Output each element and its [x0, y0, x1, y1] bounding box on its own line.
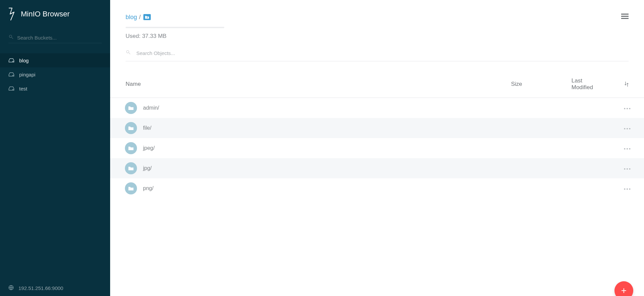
add-folder-button[interactable] — [143, 14, 151, 20]
object-name: file/ — [143, 125, 151, 131]
table-row[interactable]: admin/ — [110, 98, 644, 118]
object-name: jpeg/ — [143, 145, 155, 151]
hamburger-menu-button[interactable] — [621, 13, 629, 21]
table-header: Name Size Last Modified — [110, 71, 644, 98]
svg-point-17 — [627, 168, 628, 170]
search-icon — [8, 34, 14, 41]
bucket-label: pingapi — [19, 72, 35, 77]
svg-point-0 — [13, 61, 13, 62]
brand: MinIO Browser — [0, 0, 110, 24]
usage-text: Used: 37.33 MB — [126, 33, 629, 40]
svg-point-21 — [629, 188, 630, 190]
breadcrumb: blog / — [126, 14, 151, 21]
drive-icon — [8, 85, 14, 92]
main: blog / Used: 37.33 MB Name Size Last Mod… — [110, 0, 644, 296]
drive-icon — [8, 71, 14, 77]
svg-rect-4 — [621, 14, 629, 15]
folder-icon — [125, 162, 137, 174]
usage-bar — [126, 27, 224, 28]
folder-icon — [125, 102, 137, 114]
breadcrumb-root[interactable]: blog — [126, 14, 137, 21]
globe-icon — [8, 285, 14, 291]
row-menu-button[interactable] — [624, 145, 631, 151]
svg-point-20 — [627, 188, 628, 190]
bucket-item-blog[interactable]: blog — [0, 53, 110, 67]
folder-icon — [125, 182, 137, 194]
col-header-modified[interactable]: Last Modified — [571, 77, 604, 91]
sidebar: MinIO Browser blog pingapi test — [0, 0, 110, 296]
row-menu-button[interactable] — [624, 185, 631, 191]
svg-point-14 — [627, 148, 628, 150]
svg-point-19 — [624, 188, 625, 190]
svg-point-16 — [624, 168, 625, 170]
object-table: Name Size Last Modified admin/file/jpeg/… — [110, 71, 644, 198]
usage-wrap: Used: 37.33 MB — [126, 27, 629, 40]
bucket-label: blog — [19, 58, 29, 63]
fab-add-button[interactable]: + — [614, 281, 633, 296]
col-header-name[interactable]: Name — [126, 81, 511, 87]
search-icon — [126, 50, 131, 56]
folder-icon — [125, 142, 137, 154]
bucket-search-input[interactable] — [17, 35, 102, 41]
svg-point-13 — [624, 148, 625, 150]
svg-point-12 — [629, 128, 630, 129]
svg-point-9 — [629, 108, 630, 109]
svg-point-8 — [627, 108, 628, 109]
sidebar-footer: 192.51.251.66:9000 — [0, 280, 110, 296]
table-row[interactable]: file/ — [110, 118, 644, 138]
svg-point-1 — [13, 75, 13, 76]
server-host: 192.51.251.66:9000 — [18, 285, 63, 291]
drive-icon — [8, 57, 14, 63]
row-menu-button[interactable] — [624, 165, 631, 171]
object-name: admin/ — [143, 105, 159, 111]
svg-point-7 — [624, 108, 625, 109]
bucket-search-wrap — [8, 34, 102, 43]
svg-rect-6 — [621, 18, 629, 19]
app-title: MinIO Browser — [21, 10, 70, 18]
bucket-label: test — [19, 86, 27, 92]
col-header-size[interactable]: Size — [511, 81, 571, 87]
sort-icon[interactable] — [625, 81, 629, 87]
table-row[interactable]: png/ — [110, 178, 644, 198]
object-name: png/ — [143, 185, 153, 191]
bucket-item-test[interactable]: test — [0, 81, 110, 96]
folder-icon — [125, 122, 137, 134]
table-row[interactable]: jpeg/ — [110, 138, 644, 158]
svg-point-18 — [629, 168, 630, 170]
table-body: admin/file/jpeg/jpg/png/ — [110, 98, 644, 198]
object-search-wrap — [126, 50, 629, 61]
minio-logo-icon — [7, 7, 16, 21]
object-name: jpg/ — [143, 165, 152, 171]
bucket-item-pingapi[interactable]: pingapi — [0, 67, 110, 81]
svg-point-15 — [629, 148, 630, 150]
bucket-list: blog pingapi test — [0, 53, 110, 96]
table-row[interactable]: jpg/ — [110, 158, 644, 178]
breadcrumb-sep: / — [139, 14, 141, 21]
svg-point-2 — [13, 89, 13, 90]
row-menu-button[interactable] — [624, 105, 631, 111]
svg-point-10 — [624, 128, 625, 129]
svg-point-11 — [627, 128, 628, 129]
row-menu-button[interactable] — [624, 125, 631, 131]
object-search-input[interactable] — [136, 50, 629, 56]
svg-rect-5 — [621, 16, 629, 17]
top-row: blog / — [110, 0, 644, 21]
